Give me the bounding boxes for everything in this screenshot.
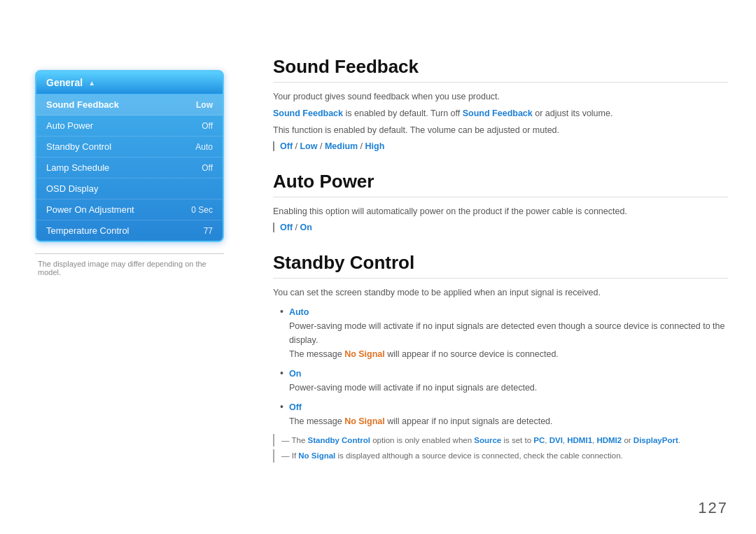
bullet-content: AutoPower-saving mode will activate if n…: [289, 305, 728, 361]
bullet-dot: •: [280, 305, 284, 319]
menu-item-value: Low: [196, 100, 213, 110]
no-signal-text: No Signal: [344, 349, 385, 359]
bold-text: Sound Feedback: [273, 108, 343, 118]
menu-item-value: Auto: [195, 142, 213, 152]
menu-item[interactable]: Auto PowerOff: [36, 115, 223, 136]
section-standby-control: Standby ControlYou can set the screen st…: [273, 252, 728, 463]
menu-item[interactable]: Power On Adjustment0 Sec: [36, 199, 223, 220]
option-sep: /: [317, 141, 324, 151]
page-number: 127: [698, 499, 728, 517]
note-bold: DisplayPort: [634, 436, 678, 444]
note-bold: HDMI1: [567, 436, 592, 444]
bold-text: Sound Feedback: [463, 108, 533, 118]
options-line: Off / On: [273, 223, 728, 232]
bullet-label: On: [289, 369, 301, 379]
option-sep: /: [358, 141, 365, 151]
menu-item-label: Temperature Control: [46, 225, 130, 236]
menu-title: General ▲: [36, 71, 223, 94]
menu-item[interactable]: Standby ControlAuto: [36, 136, 223, 157]
menu-item-label: Power On Adjustment: [46, 204, 134, 215]
bullet-item: • OnPower-saving mode will activate if n…: [280, 367, 728, 395]
note-line: — If No Signal is displayed although a s…: [273, 449, 728, 462]
option-value: On: [300, 223, 312, 232]
option-value: Off: [280, 141, 293, 151]
option-value: High: [365, 141, 385, 151]
right-content: Sound FeedbackYour product gives sound f…: [273, 56, 728, 482]
options-line: Off / Low / Medium / High: [273, 141, 728, 151]
section-desc1-auto-power: Enabling this option will automatically …: [273, 204, 728, 218]
bullet-desc: Power-saving mode will activate if no in…: [289, 383, 537, 393]
menu-item-label: Auto Power: [46, 120, 93, 131]
note-bold: DVI: [550, 436, 563, 444]
bullet-dot: •: [280, 400, 284, 414]
menu-item[interactable]: OSD Display: [36, 178, 223, 199]
section-title-sound-feedback: Sound Feedback: [273, 56, 728, 83]
left-panel: General ▲ Sound FeedbackLowAuto PowerOff…: [35, 70, 224, 276]
section-auto-power: Auto PowerEnabling this option will auto…: [273, 171, 728, 232]
note-bold: HDMI2: [596, 436, 622, 444]
bullet-label: Off: [289, 402, 302, 412]
menu-box: General ▲ Sound FeedbackLowAuto PowerOff…: [35, 70, 224, 242]
bullet-dot: •: [280, 367, 284, 381]
note-bold: PC: [533, 436, 545, 444]
menu-item-value: Off: [202, 121, 213, 131]
note-bold: Source: [474, 436, 501, 444]
menu-item-value: Off: [202, 163, 213, 173]
bullet-content: OffThe message No Signal will appear if …: [289, 400, 553, 428]
section-desc1-standby-control: You can set the screen standby mode to b…: [273, 286, 728, 300]
section-sound-feedback: Sound FeedbackYour product gives sound f…: [273, 56, 728, 151]
menu-item[interactable]: Temperature Control77: [36, 220, 223, 241]
panel-note: The displayed image may differ depending…: [35, 260, 224, 276]
menu-title-label: General: [46, 77, 83, 88]
option-value: Low: [300, 141, 317, 151]
bullet-content: OnPower-saving mode will activate if no …: [289, 367, 537, 395]
menu-item[interactable]: Lamp ScheduleOff: [36, 157, 223, 178]
menu-item-value: 0 Sec: [191, 205, 213, 215]
section-desc1-sound-feedback: Your product gives sound feedback when y…: [273, 90, 728, 104]
option-value: Medium: [325, 141, 358, 151]
menu-item-label: Lamp Schedule: [46, 162, 109, 173]
menu-title-arrow: ▲: [88, 79, 95, 87]
note-bold: No Signal: [298, 451, 335, 460]
bullet-item: • OffThe message No Signal will appear i…: [280, 400, 728, 428]
menu-item-label: Standby Control: [46, 141, 111, 152]
bullet-desc: The message No Signal will appear if no …: [289, 416, 553, 426]
option-sep: /: [293, 223, 300, 232]
menu-item[interactable]: Sound FeedbackLow: [36, 94, 223, 115]
menu-item-label: OSD Display: [46, 183, 98, 194]
section-title-standby-control: Standby Control: [273, 252, 728, 279]
no-signal-text: No Signal: [344, 416, 385, 426]
note-bold: Standby Control: [308, 436, 370, 444]
menu-items-container: Sound FeedbackLowAuto PowerOffStandby Co…: [36, 94, 223, 241]
bullet-list: • AutoPower-saving mode will activate if…: [273, 305, 728, 428]
option-value: Off: [280, 223, 293, 232]
section-desc3: This function is enabled by default. The…: [273, 123, 728, 137]
sections-container: Sound FeedbackYour product gives sound f…: [273, 56, 728, 463]
note-line: — The Standby Control option is only ena…: [273, 434, 728, 447]
bullet-desc: Power-saving mode will activate if no in…: [289, 321, 725, 345]
section-desc2: Sound Feedback is enabled by default. Tu…: [273, 106, 728, 120]
bullet-label: Auto: [289, 307, 309, 317]
divider-line: [35, 253, 224, 254]
menu-item-label: Sound Feedback: [46, 99, 119, 110]
bullet-item: • AutoPower-saving mode will activate if…: [280, 305, 728, 361]
menu-item-value: 77: [204, 226, 213, 236]
bullet-desc2: The message No Signal will appear if no …: [289, 349, 559, 359]
section-title-auto-power: Auto Power: [273, 171, 728, 197]
option-sep: /: [293, 141, 300, 151]
